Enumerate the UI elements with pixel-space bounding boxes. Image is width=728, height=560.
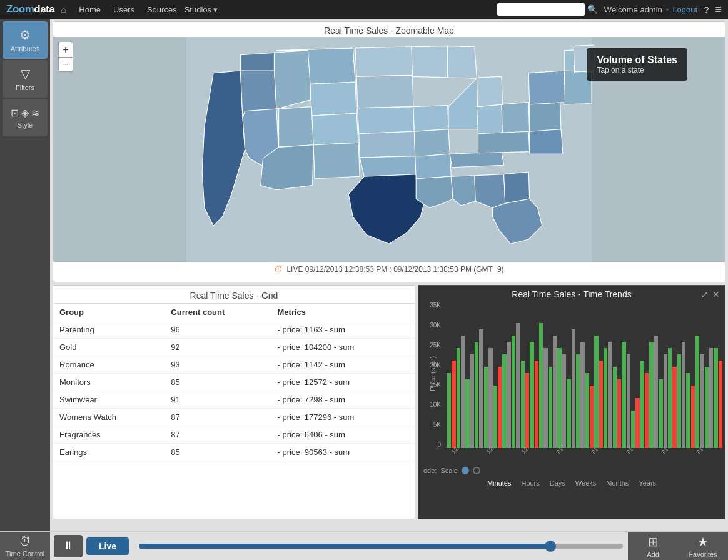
chart-bar[interactable] [488,348,492,448]
chart-bar[interactable] [535,361,538,448]
chart-bar[interactable] [705,367,709,448]
chart-bar[interactable] [539,323,543,448]
chart-bar[interactable] [627,354,630,448]
chart-bar[interactable] [461,336,465,448]
nav-users[interactable]: Users [108,5,139,14]
chart-bar[interactable] [452,361,455,448]
timeline-bar[interactable] [139,544,623,549]
table-row[interactable]: Romance93- price: 1142 - sum [53,356,415,374]
filters-button[interactable]: ▽ Filters [3,60,48,98]
chart-bar[interactable] [654,336,658,448]
expand-button[interactable]: ⤢ [701,289,709,299]
chart-bar[interactable] [567,379,570,448]
chart-bar[interactable] [525,373,529,448]
close-button[interactable]: ✕ [712,289,720,299]
chart-bar[interactable] [640,361,644,448]
attributes-button[interactable]: ⚙ Attributes [3,21,48,59]
table-row[interactable]: Gold92- price: 104200 - sum [53,339,415,356]
chart-bar[interactable] [719,361,722,448]
chart-bar[interactable] [682,342,685,448]
chart-bar[interactable] [590,386,594,448]
chart-bar[interactable] [659,379,662,448]
logout-link[interactable]: Logout [672,5,697,14]
chart-bar[interactable] [498,367,502,448]
chart-bar[interactable] [479,329,483,448]
zoom-out-button[interactable]: − [58,57,73,72]
chart-bar[interactable] [516,323,520,448]
chart-bar[interactable] [691,386,695,448]
chart-bar[interactable] [572,329,575,448]
tab-years[interactable]: Years [635,478,660,488]
zoom-in-button[interactable]: + [58,42,73,57]
chart-bar[interactable] [709,348,713,448]
chart-bar[interactable] [608,342,612,448]
play-pause-button[interactable]: ⏸ [54,535,83,558]
table-row[interactable]: Earings85- price: 90563 - sum [53,444,415,461]
chart-bar[interactable] [484,367,488,448]
chart-bar[interactable] [521,361,525,448]
chart-bar[interactable] [664,354,667,448]
tab-minutes[interactable]: Minutes [483,478,515,488]
chart-bar[interactable] [580,342,584,448]
live-button[interactable]: Live [86,538,129,555]
chart-bar[interactable] [465,379,469,448]
chart-bar[interactable] [562,354,566,448]
tab-hours[interactable]: Hours [517,478,543,488]
chart-bar[interactable] [635,398,639,448]
nav-sources[interactable]: Sources [142,5,182,14]
map-container[interactable]: + − [53,37,725,262]
home-icon[interactable]: ⌂ [61,4,66,15]
table-row[interactable]: Swimwear91- price: 7298 - sum [53,391,415,409]
chart-bar[interactable] [668,348,672,448]
search-icon[interactable]: 🔍 [587,4,598,14]
chart-bar[interactable] [553,336,557,448]
timeline-thumb[interactable] [545,541,556,552]
chart-bar[interactable] [599,361,603,448]
chart-bar[interactable] [714,348,717,448]
chart-bar[interactable] [576,354,580,448]
table-row[interactable]: Monitors85- price: 12572 - sum [53,374,415,391]
add-button[interactable]: ⊞ Add [628,532,678,561]
style-button[interactable]: ⊡ ◈ ≋ Style [3,99,48,136]
scale-radio-active[interactable] [462,467,469,474]
table-row[interactable]: Fragrances87- price: 6406 - sum [53,426,415,444]
chart-bar[interactable] [695,336,699,448]
chart-bar[interactable] [493,386,497,448]
chart-bar[interactable] [530,342,533,448]
chart-bar[interactable] [585,373,589,448]
chart-bar[interactable] [631,411,635,448]
chart-bar[interactable] [645,373,649,448]
tab-days[interactable]: Days [546,478,569,488]
chart-bar[interactable] [549,367,552,448]
nav-home[interactable]: Home [74,5,106,14]
chart-bar[interactable] [512,336,515,448]
time-control-button[interactable]: ⏱ Time Control [0,532,50,561]
chart-bar[interactable] [507,342,511,448]
menu-icon[interactable]: ≡ [715,3,722,16]
table-row[interactable]: Womens Watch87- price: 177296 - sum [53,409,415,426]
search-input[interactable] [497,3,585,16]
nav-studios-dropdown[interactable]: Studios ▾ [185,5,218,14]
chart-bar[interactable] [649,342,653,448]
chart-bar[interactable] [543,348,547,448]
chart-bar[interactable] [594,336,598,448]
chart-bar[interactable] [447,373,451,448]
chart-bar[interactable] [613,367,617,448]
chart-bar[interactable] [677,354,681,448]
chart-bar[interactable] [672,367,676,448]
chart-bar[interactable] [700,354,704,448]
chart-bar[interactable] [622,342,625,448]
chart-bar[interactable] [457,348,460,448]
tab-weeks[interactable]: Weeks [572,478,600,488]
chart-bar[interactable] [604,348,607,448]
tab-months[interactable]: Months [602,478,632,488]
chart-bar[interactable] [557,348,561,448]
chart-bar[interactable] [470,354,474,448]
chart-bar[interactable] [686,373,690,448]
help-icon[interactable]: ? [704,4,709,15]
scale-radio-inactive[interactable] [473,467,480,474]
favorites-button[interactable]: ★ Favorites [678,532,728,561]
chart-bar[interactable] [475,342,478,448]
chart-bar[interactable] [502,354,506,448]
chart-bar[interactable] [617,379,621,448]
